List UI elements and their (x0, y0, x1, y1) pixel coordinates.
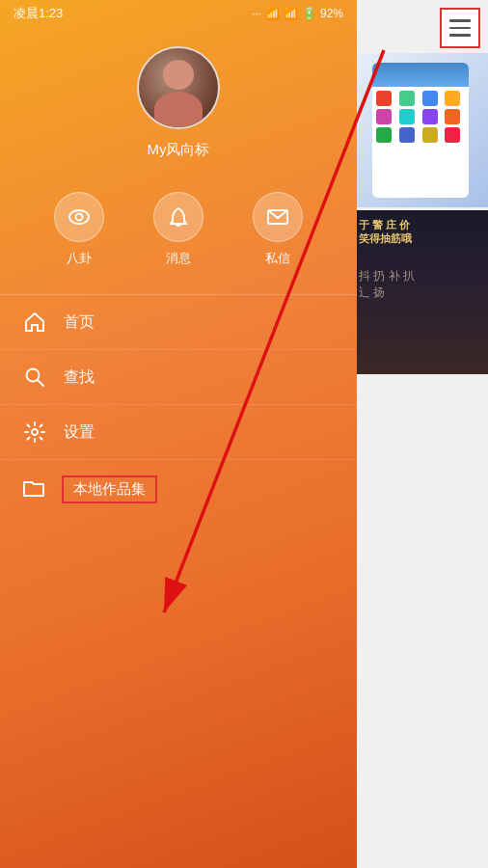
right-panel: 于 警 庄 价笑得抽筋哦 抖 扔 补 扒辶 扬 (355, 0, 488, 868)
thumbnail-text-art[interactable]: 于 警 庄 价笑得抽筋哦 抖 扔 补 扒辶 扬 (355, 210, 488, 374)
signal-dots: ··· (252, 7, 261, 20)
sidebar: 凌晨1:23 ··· 📶 📶 🔋 92% My风向标 八卦 (0, 0, 357, 868)
home-icon (23, 311, 46, 334)
menu-item-home[interactable]: 首页 (0, 295, 357, 350)
menu-item-search[interactable]: 查找 (0, 350, 357, 405)
gossip-label: 八卦 (67, 250, 92, 267)
quick-actions: 八卦 消息 私信 (0, 182, 357, 294)
status-bar: 凌晨1:23 ··· 📶 📶 🔋 92% (0, 0, 357, 27)
avatar[interactable] (137, 46, 220, 129)
hamburger-button[interactable] (440, 8, 480, 48)
status-time: 凌晨1:23 (14, 5, 63, 22)
svg-point-1 (75, 214, 82, 221)
dm-label: 私信 (265, 250, 290, 267)
settings-icon (23, 420, 46, 444)
thumb-text-line2: 抖 扔 补 扒辶 扬 (359, 268, 415, 301)
menu-settings-label: 设置 (64, 422, 95, 443)
wifi-icon: 📶 (265, 7, 280, 20)
thumbnail-phone[interactable] (355, 53, 488, 207)
action-gossip[interactable]: 八卦 (54, 192, 104, 267)
phone-screen-illustration (372, 63, 469, 198)
battery-icon: 🔋 (302, 7, 316, 20)
bell-icon (153, 192, 203, 242)
hamburger-line-1 (449, 19, 471, 22)
cellular-icon: 📶 (284, 7, 298, 20)
status-icons: ··· 📶 📶 🔋 92% (252, 7, 343, 20)
search-icon (23, 366, 46, 389)
thumb-text-line1: 于 警 庄 价笑得抽筋哦 (359, 218, 412, 246)
local-works-label: 本地作品集 (62, 475, 157, 503)
menu-search-label: 查找 (64, 367, 95, 388)
hamburger-line-3 (449, 34, 471, 37)
gossip-icon (54, 192, 104, 242)
mail-icon (253, 192, 303, 242)
hamburger-line-2 (449, 27, 471, 30)
menu-item-local-works[interactable]: 本地作品集 (0, 460, 357, 519)
profile-name[interactable]: My风向标 (148, 141, 210, 159)
svg-point-0 (69, 210, 89, 224)
message-label: 消息 (166, 250, 191, 267)
action-dm[interactable]: 私信 (253, 192, 303, 267)
svg-line-4 (38, 380, 43, 386)
folder-icon (23, 478, 44, 502)
battery-percent: 92% (320, 7, 343, 20)
menu-home-label: 首页 (64, 312, 95, 333)
svg-point-5 (32, 429, 38, 435)
menu-item-settings[interactable]: 设置 (0, 405, 357, 460)
profile-section: My风向标 (0, 27, 357, 182)
action-message[interactable]: 消息 (153, 192, 203, 267)
avatar-image (139, 48, 218, 127)
